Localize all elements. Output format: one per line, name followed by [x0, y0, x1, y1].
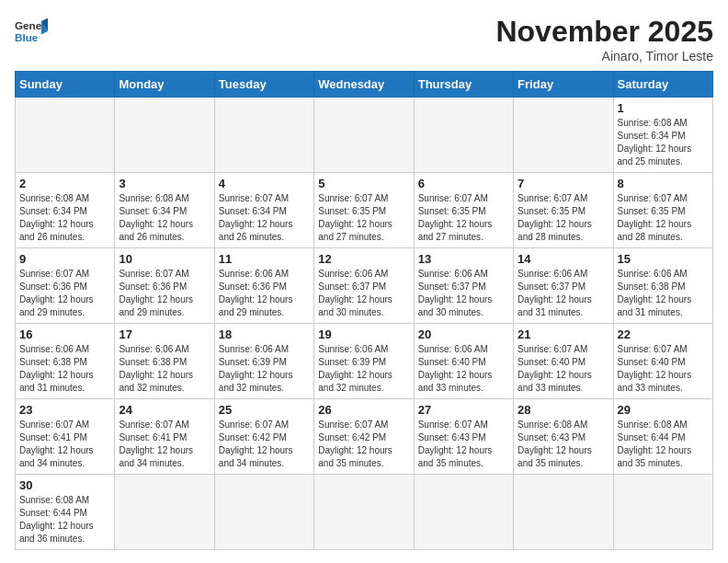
calendar-cell: 3Sunrise: 6:08 AM Sunset: 6:34 PM Daylig…: [115, 173, 214, 248]
day-info: Sunrise: 6:08 AM Sunset: 6:44 PM Dayligh…: [618, 419, 709, 470]
calendar-cell: 26Sunrise: 6:07 AM Sunset: 6:42 PM Dayli…: [314, 399, 414, 475]
title-block: November 2025 Ainaro, Timor Leste: [495, 15, 713, 63]
day-info: Sunrise: 6:06 AM Sunset: 6:37 PM Dayligh…: [518, 268, 609, 319]
day-number: 28: [518, 403, 609, 417]
calendar-cell: [115, 98, 214, 173]
day-info: Sunrise: 6:06 AM Sunset: 6:37 PM Dayligh…: [418, 268, 509, 319]
weekday-header-tuesday: Tuesday: [214, 72, 313, 98]
calendar-week-4: 16Sunrise: 6:06 AM Sunset: 6:38 PM Dayli…: [16, 324, 713, 399]
calendar-cell: 6Sunrise: 6:07 AM Sunset: 6:35 PM Daylig…: [414, 173, 513, 248]
location: Ainaro, Timor Leste: [495, 49, 713, 63]
day-info: Sunrise: 6:07 AM Sunset: 6:42 PM Dayligh…: [219, 419, 310, 470]
day-number: 20: [418, 327, 509, 341]
day-info: Sunrise: 6:08 AM Sunset: 6:34 PM Dayligh…: [19, 192, 110, 244]
day-info: Sunrise: 6:07 AM Sunset: 6:36 PM Dayligh…: [19, 268, 110, 319]
day-info: Sunrise: 6:07 AM Sunset: 6:42 PM Dayligh…: [318, 419, 409, 470]
calendar-table: SundayMondayTuesdayWednesdayThursdayFrid…: [15, 71, 713, 550]
calendar-cell: 21Sunrise: 6:07 AM Sunset: 6:40 PM Dayli…: [514, 324, 613, 399]
logo-svg: General Blue: [15, 15, 48, 48]
day-info: Sunrise: 6:06 AM Sunset: 6:39 PM Dayligh…: [318, 343, 409, 395]
calendar-cell: [514, 475, 613, 550]
calendar-week-3: 9Sunrise: 6:07 AM Sunset: 6:36 PM Daylig…: [16, 248, 713, 324]
day-info: Sunrise: 6:07 AM Sunset: 6:35 PM Dayligh…: [418, 192, 509, 244]
calendar-cell: 19Sunrise: 6:06 AM Sunset: 6:39 PM Dayli…: [314, 324, 414, 399]
day-number: 19: [318, 327, 409, 341]
day-info: Sunrise: 6:07 AM Sunset: 6:43 PM Dayligh…: [418, 419, 509, 470]
day-info: Sunrise: 6:07 AM Sunset: 6:36 PM Dayligh…: [119, 268, 210, 319]
day-number: 24: [119, 403, 210, 417]
day-number: 23: [19, 403, 110, 417]
calendar-cell: 20Sunrise: 6:06 AM Sunset: 6:40 PM Dayli…: [414, 324, 513, 399]
calendar-cell: 24Sunrise: 6:07 AM Sunset: 6:41 PM Dayli…: [115, 399, 214, 475]
calendar-cell: [214, 475, 313, 550]
calendar-cell: 13Sunrise: 6:06 AM Sunset: 6:37 PM Dayli…: [414, 248, 513, 324]
day-info: Sunrise: 6:07 AM Sunset: 6:40 PM Dayligh…: [618, 343, 709, 395]
page-header: General Blue November 2025 Ainaro, Timor…: [15, 15, 713, 63]
calendar-cell: 27Sunrise: 6:07 AM Sunset: 6:43 PM Dayli…: [414, 399, 513, 475]
day-number: 3: [119, 177, 210, 190]
day-number: 17: [119, 327, 210, 341]
calendar-cell: 18Sunrise: 6:06 AM Sunset: 6:39 PM Dayli…: [214, 324, 313, 399]
day-number: 15: [618, 252, 709, 266]
calendar-cell: [414, 98, 513, 173]
day-info: Sunrise: 6:06 AM Sunset: 6:39 PM Dayligh…: [219, 343, 310, 395]
calendar-cell: [16, 98, 115, 173]
day-number: 7: [518, 177, 609, 190]
calendar-week-2: 2Sunrise: 6:08 AM Sunset: 6:34 PM Daylig…: [16, 173, 713, 248]
day-number: 18: [219, 327, 310, 341]
svg-text:Blue: Blue: [15, 31, 39, 43]
day-number: 14: [518, 252, 609, 266]
weekday-header-sunday: Sunday: [16, 72, 115, 98]
calendar-cell: 25Sunrise: 6:07 AM Sunset: 6:42 PM Dayli…: [214, 399, 313, 475]
day-number: 12: [318, 252, 409, 266]
calendar-week-1: 1Sunrise: 6:08 AM Sunset: 6:34 PM Daylig…: [16, 98, 713, 173]
calendar-cell: 9Sunrise: 6:07 AM Sunset: 6:36 PM Daylig…: [16, 248, 115, 324]
calendar-cell: 12Sunrise: 6:06 AM Sunset: 6:37 PM Dayli…: [314, 248, 414, 324]
day-number: 8: [618, 177, 709, 190]
calendar-cell: 10Sunrise: 6:07 AM Sunset: 6:36 PM Dayli…: [115, 248, 214, 324]
weekday-header-row: SundayMondayTuesdayWednesdayThursdayFrid…: [16, 72, 713, 98]
calendar-cell: [314, 98, 414, 173]
day-info: Sunrise: 6:08 AM Sunset: 6:34 PM Dayligh…: [618, 117, 709, 168]
day-info: Sunrise: 6:07 AM Sunset: 6:34 PM Dayligh…: [219, 192, 310, 244]
weekday-header-friday: Friday: [514, 72, 613, 98]
weekday-header-saturday: Saturday: [613, 72, 712, 98]
calendar-cell: 16Sunrise: 6:06 AM Sunset: 6:38 PM Dayli…: [16, 324, 115, 399]
day-number: 30: [19, 478, 110, 492]
calendar-cell: 1Sunrise: 6:08 AM Sunset: 6:34 PM Daylig…: [613, 98, 712, 173]
weekday-header-monday: Monday: [115, 72, 214, 98]
day-number: 22: [618, 327, 709, 341]
day-info: Sunrise: 6:08 AM Sunset: 6:43 PM Dayligh…: [518, 419, 609, 470]
day-info: Sunrise: 6:06 AM Sunset: 6:37 PM Dayligh…: [318, 268, 409, 319]
day-info: Sunrise: 6:08 AM Sunset: 6:34 PM Dayligh…: [119, 192, 210, 244]
day-number: 1: [618, 101, 709, 115]
calendar-cell: 15Sunrise: 6:06 AM Sunset: 6:38 PM Dayli…: [613, 248, 712, 324]
calendar-cell: 14Sunrise: 6:06 AM Sunset: 6:37 PM Dayli…: [514, 248, 613, 324]
calendar-cell: 8Sunrise: 6:07 AM Sunset: 6:35 PM Daylig…: [613, 173, 712, 248]
day-info: Sunrise: 6:06 AM Sunset: 6:38 PM Dayligh…: [19, 343, 110, 395]
calendar-cell: 11Sunrise: 6:06 AM Sunset: 6:36 PM Dayli…: [214, 248, 313, 324]
day-info: Sunrise: 6:06 AM Sunset: 6:38 PM Dayligh…: [119, 343, 210, 395]
calendar-cell: [514, 98, 613, 173]
calendar-cell: 22Sunrise: 6:07 AM Sunset: 6:40 PM Dayli…: [613, 324, 712, 399]
day-number: 6: [418, 177, 509, 190]
calendar-cell: 5Sunrise: 6:07 AM Sunset: 6:35 PM Daylig…: [314, 173, 414, 248]
calendar-cell: 17Sunrise: 6:06 AM Sunset: 6:38 PM Dayli…: [115, 324, 214, 399]
calendar-cell: 30Sunrise: 6:08 AM Sunset: 6:44 PM Dayli…: [16, 475, 115, 550]
day-number: 26: [318, 403, 409, 417]
weekday-header-wednesday: Wednesday: [314, 72, 414, 98]
day-info: Sunrise: 6:07 AM Sunset: 6:35 PM Dayligh…: [318, 192, 409, 244]
day-number: 27: [418, 403, 509, 417]
day-number: 2: [19, 177, 110, 190]
day-number: 11: [219, 252, 310, 266]
calendar-cell: [115, 475, 214, 550]
day-number: 9: [19, 252, 110, 266]
calendar-week-5: 23Sunrise: 6:07 AM Sunset: 6:41 PM Dayli…: [16, 399, 713, 475]
logo: General Blue: [15, 15, 48, 48]
day-info: Sunrise: 6:07 AM Sunset: 6:41 PM Dayligh…: [19, 419, 110, 470]
day-number: 25: [219, 403, 310, 417]
calendar-cell: 4Sunrise: 6:07 AM Sunset: 6:34 PM Daylig…: [214, 173, 313, 248]
calendar-cell: 2Sunrise: 6:08 AM Sunset: 6:34 PM Daylig…: [16, 173, 115, 248]
day-info: Sunrise: 6:08 AM Sunset: 6:44 PM Dayligh…: [19, 494, 110, 546]
day-info: Sunrise: 6:07 AM Sunset: 6:35 PM Dayligh…: [518, 192, 609, 244]
